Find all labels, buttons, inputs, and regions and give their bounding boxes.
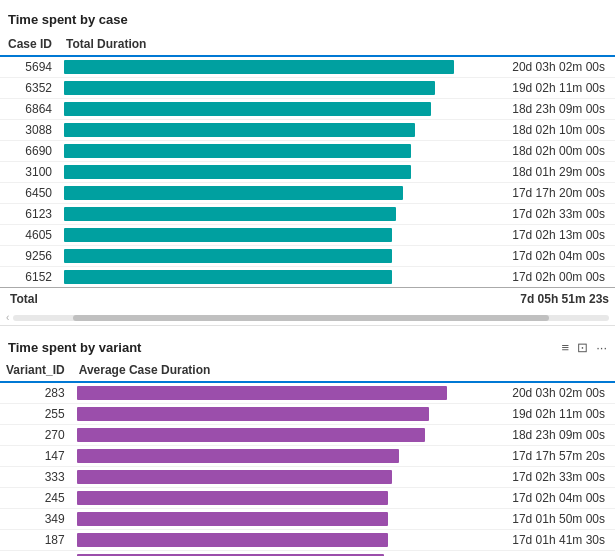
bar-container [77,449,491,463]
filter-icon[interactable]: ≡ [562,340,570,355]
case-bar-cell [60,120,495,141]
case-duration-cell: 20d 03h 02m 00s [495,56,615,78]
case-bar-cell [60,162,495,183]
bar-container [64,102,491,116]
case-scroll-track[interactable] [13,315,609,321]
case-id-cell: 6690 [0,141,60,162]
bar-container [64,144,491,158]
variant-table: Variant_ID Average Case Duration 283 20d… [0,359,615,556]
variant-id-cell: 187 [0,530,73,551]
variant-bar [77,449,399,463]
variant-bar [77,470,392,484]
table-row: 255 19d 02h 11m 00s [0,404,615,425]
variant-id-cell: 147 [0,446,73,467]
case-duration-cell: 17d 02h 13m 00s [495,225,615,246]
variant-bar-cell [73,404,495,425]
case-duration-cell: 17d 02h 33m 00s [495,204,615,225]
case-duration-cell: 17d 02h 00m 00s [495,267,615,288]
case-table-wrapper: Case ID Total Duration 5694 20d 03h 02m … [0,33,615,325]
variant-table-container: Variant_ID Average Case Duration 283 20d… [0,359,615,556]
variant-duration-cell: 16d 22h 18m 00s [495,551,615,557]
section-variant: Time spent by variant ≡ ⊡ ··· Variant_ID… [0,326,615,556]
table-row: 3088 18d 02h 10m 00s [0,120,615,141]
section-variant-title: Time spent by variant [8,340,141,355]
bar-container [64,123,491,137]
case-bar-cell [60,246,495,267]
bar-container [64,207,491,221]
variant-bar-cell [73,382,495,404]
bar-container [77,407,491,421]
case-duration-cell: 18d 01h 29m 00s [495,162,615,183]
variant-bar [77,386,447,400]
variant-duration-cell: 19d 02h 11m 00s [495,404,615,425]
case-bar-cell [60,99,495,120]
case-duration-cell: 17d 17h 20m 00s [495,183,615,204]
table-row: 5694 20d 03h 02m 00s [0,56,615,78]
variant-table-wrapper: Variant_ID Average Case Duration 283 20d… [0,359,615,556]
table-row: 245 17d 02h 04m 00s [0,488,615,509]
table-row: 9256 17d 02h 04m 00s [0,246,615,267]
case-total-duration: 7d 05h 51m 23s [495,288,615,311]
variant-duration-cell: 17d 17h 57m 20s [495,446,615,467]
expand-icon[interactable]: ⊡ [577,340,588,355]
variant-id-cell: 333 [0,467,73,488]
variant-duration-cell: 17d 02h 04m 00s [495,488,615,509]
col-case-id: Case ID [0,33,60,56]
variant-bar [77,512,388,526]
case-bar-cell [60,56,495,78]
variant-id-cell: 270 [0,425,73,446]
table-row: 349 17d 01h 50m 00s [0,509,615,530]
variant-duration-cell: 17d 01h 41m 30s [495,530,615,551]
case-duration-cell: 18d 02h 00m 00s [495,141,615,162]
case-bar-cell [60,204,495,225]
case-table-header: Case ID Total Duration [0,33,615,56]
table-row: 187 17d 01h 41m 30s [0,530,615,551]
case-bar [64,102,431,116]
bar-container [77,428,491,442]
case-total-label: Total [0,288,60,311]
bar-container [77,491,491,505]
case-hscroll[interactable]: ‹ [0,310,615,325]
bar-container [77,386,491,400]
table-row: 147 17d 17h 57m 20s [0,446,615,467]
bar-container [64,249,491,263]
table-row: 6123 17d 02h 33m 00s [0,204,615,225]
col-total-duration: Total Duration [60,33,495,56]
case-bar [64,60,454,74]
col-duration-spacer [495,33,615,56]
case-id-cell: 6352 [0,78,60,99]
variant-id-cell: 245 [0,488,73,509]
case-id-cell: 3088 [0,120,60,141]
table-row: 6864 18d 23h 09m 00s [0,99,615,120]
bar-container [64,186,491,200]
table-row: 6690 18d 02h 00m 00s [0,141,615,162]
bar-container [77,470,491,484]
variant-duration-cell: 17d 02h 33m 00s [495,467,615,488]
variant-bar [77,407,429,421]
table-row: 6152 17d 02h 00m 00s [0,267,615,288]
case-duration-cell: 19d 02h 11m 00s [495,78,615,99]
case-total-bar-cell [60,288,495,311]
bar-container [64,60,491,74]
variant-bar-cell [73,488,495,509]
variant-id-cell: 319 [0,551,73,557]
bar-container [64,165,491,179]
case-table-container: Case ID Total Duration 5694 20d 03h 02m … [0,33,615,310]
case-id-cell: 9256 [0,246,60,267]
variant-bar-cell [73,509,495,530]
case-duration-cell: 18d 02h 10m 00s [495,120,615,141]
case-bar [64,270,392,284]
case-scroll-left-icon[interactable]: ‹ [6,312,9,323]
case-table: Case ID Total Duration 5694 20d 03h 02m … [0,33,615,310]
variant-duration-cell: 20d 03h 02m 00s [495,382,615,404]
section-variant-header: Time spent by variant ≡ ⊡ ··· [0,334,615,359]
case-bar [64,228,392,242]
table-row: 6450 17d 17h 20m 00s [0,183,615,204]
variant-id-cell: 255 [0,404,73,425]
case-total-row: Total 7d 05h 51m 23s [0,288,615,311]
case-scroll-thumb[interactable] [73,315,550,321]
case-id-cell: 6864 [0,99,60,120]
more-icon[interactable]: ··· [596,340,607,355]
case-duration-cell: 18d 23h 09m 00s [495,99,615,120]
variant-header-icons: ≡ ⊡ ··· [562,340,607,355]
